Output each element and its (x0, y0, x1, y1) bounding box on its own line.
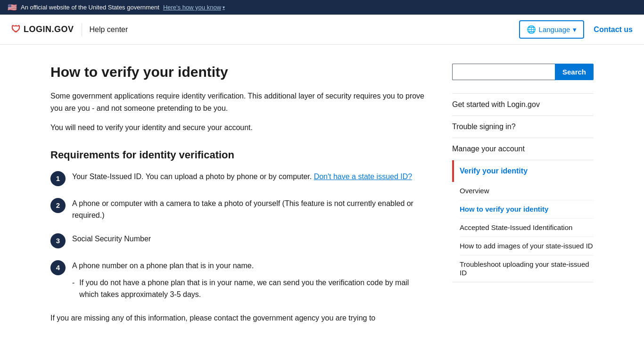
nav-section-verify-identity: Verify your identity Overview How to ver… (452, 160, 594, 282)
req-number-4: 4 (50, 260, 66, 275)
header-right: 🌐 Language ▾ Contact us (519, 20, 633, 39)
requirement-item-1: 1 Your State-Issued ID. You can upload a… (50, 171, 429, 186)
nav-sub-item-troubleshoot[interactable]: Troubleshoot uploading your state-issued… (460, 255, 594, 282)
globe-icon: 🌐 (527, 25, 536, 34)
req-text-4: A phone number on a phone plan that is i… (72, 260, 429, 301)
expand-text: Here's how you know (163, 4, 221, 11)
contact-us-link[interactable]: Contact us (594, 25, 633, 34)
sidebar: Search Get started with Login.gov Troubl… (452, 64, 594, 324)
nav-sub-link-overview[interactable]: Overview (460, 187, 489, 195)
final-paragraph: If you are missing any of this informati… (50, 312, 429, 324)
nav-link-manage-account[interactable]: Manage your account (452, 145, 594, 153)
req-number-3: 3 (50, 233, 66, 248)
requirement-item-4: 4 A phone number on a phone plan that is… (50, 260, 429, 301)
nav-item-trouble-signing[interactable]: Trouble signing in? (452, 116, 594, 138)
nav-sub-items: Overview How to verify your identity Acc… (452, 182, 594, 282)
nav-sub-item-accepted-id[interactable]: Accepted State-Issued Identification (460, 219, 594, 237)
nav-sub-link-troubleshoot[interactable]: Troubleshoot uploading your state-issued… (460, 260, 589, 277)
sub-list-4: If you do not have a phone plan that is … (72, 277, 429, 301)
shield-icon: 🛡 (11, 24, 21, 35)
sub-item-4-1: If you do not have a phone plan that is … (72, 277, 429, 301)
page-title: How to verify your identity (50, 64, 429, 81)
req-number-1: 1 (50, 171, 66, 186)
logo-link[interactable]: 🛡 LOGIN.GOV (11, 24, 74, 35)
nav-sub-link-accepted-id[interactable]: Accepted State-Issued Identification (460, 223, 572, 231)
site-header: 🛡 LOGIN.GOV Help center 🌐 Language ▾ Con… (0, 15, 644, 45)
sub-item-text: If you do not have a phone plan that is … (79, 277, 429, 301)
main-container: How to verify your identity Some governm… (39, 45, 605, 343)
intro-paragraph-2: You will need to verify your identity an… (50, 122, 429, 134)
official-text: An official website of the United States… (21, 4, 159, 11)
nav-sub-item-how-to-verify[interactable]: How to verify your identity (460, 200, 594, 219)
header-left: 🛡 LOGIN.GOV Help center (11, 23, 128, 36)
nav-link-get-started[interactable]: Get started with Login.gov (452, 100, 594, 109)
requirement-item-2: 2 A phone or computer with a camera to t… (50, 197, 429, 222)
logo-text: LOGIN.GOV (24, 25, 74, 34)
req-number-2: 2 (50, 198, 66, 213)
heres-how-link[interactable]: Here's how you know ▾ (163, 4, 225, 11)
sidebar-nav: Get started with Login.gov Trouble signi… (452, 93, 594, 282)
search-button[interactable]: Search (555, 64, 594, 80)
requirements-list: 1 Your State-Issued ID. You can upload a… (50, 171, 429, 301)
requirement-item-3: 3 Social Security Number (50, 233, 429, 248)
language-chevron-icon: ▾ (573, 25, 577, 34)
nav-sub-item-add-images[interactable]: How to add images of your state-issued I… (460, 237, 594, 255)
nav-sub-link-add-images[interactable]: How to add images of your state-issued I… (460, 242, 593, 250)
nav-item-get-started[interactable]: Get started with Login.gov (452, 94, 594, 116)
chevron-icon: ▾ (223, 5, 225, 10)
content-area: How to verify your identity Some governm… (50, 64, 429, 324)
nav-link-trouble-signing[interactable]: Trouble signing in? (452, 123, 594, 131)
search-input[interactable] (452, 64, 555, 80)
no-state-id-link[interactable]: Don't have a state issued ID? (314, 173, 413, 181)
language-label: Language (539, 25, 570, 33)
intro-paragraph-1: Some government applications require ide… (50, 90, 429, 114)
nav-active-header: Verify your identity (452, 160, 594, 182)
req-text-1: Your State-Issued ID. You can upload a p… (72, 171, 412, 183)
language-button[interactable]: 🌐 Language ▾ (519, 20, 585, 39)
nav-item-manage-account[interactable]: Manage your account (452, 138, 594, 160)
flag-icon: 🇺🇸 (8, 3, 17, 12)
help-center-label: Help center (90, 25, 128, 34)
nav-sub-item-overview[interactable]: Overview (460, 182, 594, 200)
requirements-heading: Requirements for identity verification (50, 149, 429, 161)
req-text-3: Social Security Number (72, 233, 151, 245)
nav-sub-link-how-to-verify[interactable]: How to verify your identity (460, 205, 548, 213)
nav-active-title[interactable]: Verify your identity (460, 167, 528, 175)
gov-banner: 🇺🇸 An official website of the United Sta… (0, 0, 644, 15)
search-container: Search (452, 64, 594, 80)
header-divider (82, 23, 82, 36)
req-text-2: A phone or computer with a camera to tak… (72, 197, 429, 222)
